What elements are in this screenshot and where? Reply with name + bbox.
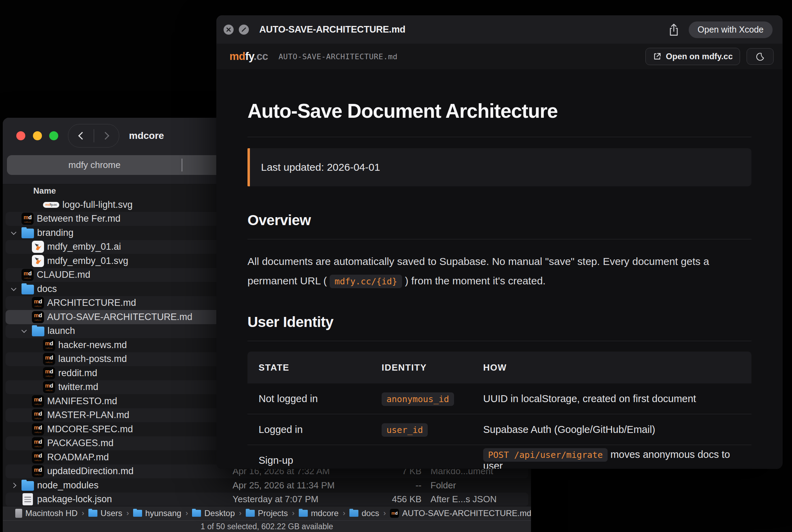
path-item[interactable]: Macintosh HD (15, 508, 78, 518)
md-file-icon: mdmdfy.cc (32, 437, 44, 449)
path-item[interactable]: mdAUTO-SAVE-ARCHITECTURE.md (390, 508, 531, 518)
emby-logo-icon (32, 241, 44, 253)
kind-cell: After E...s JSON (430, 494, 497, 505)
size-cell: 456 KB (363, 494, 421, 505)
path-bar: Macintosh HD›Users›hyunsang›Desktop›Proj… (3, 506, 531, 520)
mdfy-logo[interactable]: mdfy.cc (229, 50, 268, 63)
size-cell: -- (363, 480, 421, 491)
no-entry-icon[interactable] (239, 25, 249, 35)
file-name: docs (37, 284, 57, 294)
path-separator: › (185, 509, 188, 518)
folder-icon (88, 510, 97, 517)
inline-code: anonymous_id (382, 392, 454, 406)
dark-mode-toggle[interactable] (747, 48, 774, 65)
path-item[interactable]: Users (88, 508, 122, 518)
path-label: hyunsang (145, 508, 181, 518)
folder-icon (32, 327, 44, 336)
inline-code: user_id (382, 423, 428, 437)
path-item[interactable]: hyunsang (133, 508, 181, 518)
table-row: Not logged inanonymous_idUUID in localSt… (247, 383, 751, 414)
share-icon[interactable] (668, 23, 680, 37)
close-traffic-light[interactable] (16, 131, 25, 140)
path-item[interactable]: Projects (246, 508, 288, 518)
file-name: launch (47, 326, 75, 336)
inline-code: mdfy.cc/{id} (330, 275, 402, 288)
path-label: mdcore (311, 508, 339, 518)
last-updated-callout: Last updated: 2026-04-01 (247, 148, 751, 186)
state-cell: Logged in (247, 414, 371, 445)
name-column-header[interactable]: Name (33, 184, 56, 197)
table-header-state: STATE (247, 352, 371, 383)
open-with-xcode-button[interactable]: Open with Xcode (689, 21, 773, 38)
path-separator: › (239, 509, 242, 518)
status-text: 1 of 50 selected, 602.22 GB available (201, 522, 333, 531)
file-name: logo-full-light.svg (62, 200, 133, 210)
path-separator: › (383, 509, 386, 518)
md-file-icon: mdmdfy.cc (43, 367, 55, 379)
search-value: mdfy chrome (7, 155, 182, 175)
path-separator: › (292, 509, 295, 518)
path-label: Projects (258, 508, 288, 518)
path-label: AUTO-SAVE-ARCHITECTURE.md (402, 508, 531, 518)
state-cell: Not logged in (247, 383, 371, 414)
doc-title: Auto-Save Document Architecture (247, 99, 751, 123)
overview-paragraph: All documents are automatically saved to… (247, 252, 751, 291)
disclosure-chevron-icon[interactable] (11, 482, 17, 488)
file-name: updatedDirection.md (47, 466, 133, 477)
file-name: PACKAGES.md (47, 438, 114, 449)
folder-icon (21, 481, 34, 491)
identity-cell (371, 445, 472, 469)
folder-icon (246, 510, 255, 517)
path-item[interactable]: Desktop (192, 508, 235, 518)
drive-icon (15, 509, 22, 518)
file-name: MASTER-PLAN.md (47, 410, 129, 420)
divider (247, 239, 751, 239)
how-cell: Supabase Auth (Google/GitHub/Email) (472, 414, 751, 445)
minimize-traffic-light[interactable] (33, 131, 42, 140)
folder-icon (349, 510, 358, 517)
path-item[interactable]: mdcore (299, 508, 339, 518)
md-file-icon: mdmdfy.cc (21, 269, 34, 281)
forward-chevron-icon[interactable] (101, 132, 109, 140)
disclosure-chevron-icon[interactable] (11, 285, 17, 291)
path-label: Desktop (204, 508, 235, 518)
viewer-filename: AUTO-SAVE-ARCHITECTURE.md (278, 52, 398, 61)
date-modified-cell: Apr 25, 2026 at 11:34 PM (233, 480, 334, 491)
folder-icon (133, 510, 142, 517)
nav-back-forward-group (68, 124, 119, 148)
text-caret (182, 159, 182, 171)
close-icon[interactable] (224, 25, 234, 35)
file-name: mdfy_emby_01.ai (47, 241, 121, 252)
logo-pill-icon: mdfy.cc (43, 202, 59, 208)
file-name: launch-posts.md (58, 354, 127, 364)
table-header-identity: IDENTITY (371, 352, 472, 383)
identity-cell: user_id (371, 414, 472, 445)
identity-table: STATE IDENTITY HOW Not logged inanonymou… (247, 352, 751, 469)
file-name: reddit.md (58, 368, 97, 379)
folder-icon (21, 285, 34, 294)
disclosure-chevron-icon[interactable] (11, 229, 17, 235)
identity-cell: anonymous_id (371, 383, 472, 414)
md-file-icon: mdmdfy.cc (32, 297, 44, 309)
file-row[interactable]: package-lock.jsonYesterday at 7:07 PM456… (6, 493, 528, 507)
path-separator: › (127, 509, 129, 518)
md-file-icon: mdmdfy.cc (43, 339, 55, 351)
path-separator: › (82, 509, 84, 518)
zoom-traffic-light[interactable] (49, 131, 58, 140)
search-input[interactable]: mdfy chrome (7, 155, 250, 175)
file-name: ARCHITECTURE.md (47, 298, 136, 308)
file-name: node_modules (37, 480, 98, 491)
moon-icon (756, 52, 765, 61)
file-row[interactable]: node_modulesApr 25, 2026 at 11:34 PM--Fo… (6, 478, 528, 493)
file-name: mdfy_emby_01.svg (47, 256, 128, 266)
how-text: Supabase Auth (Google/GitHub/Email) (483, 424, 655, 435)
disclosure-chevron-icon[interactable] (21, 328, 27, 333)
open-on-mdfy-button[interactable]: Open on mdfy.cc (645, 48, 740, 65)
back-chevron-icon[interactable] (78, 132, 86, 140)
path-item[interactable]: docs (349, 508, 379, 518)
file-name: branding (37, 228, 73, 238)
user-identity-heading: User Identity (247, 314, 751, 330)
last-updated-text: Last updated: 2026-04-01 (261, 161, 380, 173)
folder-icon (299, 510, 308, 517)
folder-icon (21, 229, 34, 238)
